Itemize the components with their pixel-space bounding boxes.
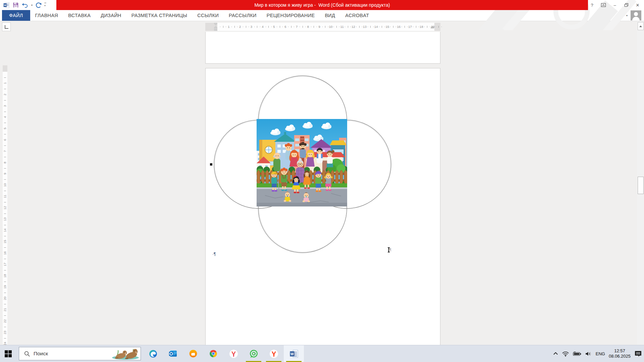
- taskbar-search-input[interactable]: Поиск: [19, 347, 141, 360]
- h-ruler-number: 1: [228, 23, 229, 31]
- v-ruler-number: 13: [3, 217, 7, 222]
- v-ruler-number: 6: [3, 137, 7, 142]
- taskbar-app-mailru-agent[interactable]: [244, 345, 264, 362]
- v-ruler-number: 17: [3, 262, 7, 267]
- v-ruler-number: 8: [3, 160, 7, 165]
- h-ruler-number: 2: [239, 23, 241, 31]
- taskbar: Поиск W ENG: [0, 345, 644, 362]
- start-button[interactable]: [0, 345, 16, 362]
- h-ruler-number: 13: [363, 23, 367, 31]
- tray-chevron-up-icon[interactable]: [553, 352, 558, 355]
- h-ruler-number: 14: [374, 23, 378, 31]
- shape-selection-handle[interactable]: [210, 163, 212, 166]
- word-window: W ▾ ▔▾ Мир в котором я живу игра - Word …: [0, 0, 644, 362]
- h-ruler-number: 7: [296, 23, 298, 31]
- minimize-button[interactable]: –: [609, 1, 621, 9]
- h-ruler-number: 5: [273, 23, 275, 31]
- tray-clock[interactable]: 12:57 08.06.2025: [609, 348, 631, 359]
- title-bar: W ▾ ▔▾ Мир в котором я живу игра - Word …: [0, 0, 644, 10]
- window-controls: ? – ✕: [586, 0, 643, 10]
- taskbar-app-yandex-browser[interactable]: [223, 345, 244, 362]
- vertical-ruler[interactable]: 123456789101112131415161718192021222324: [3, 65, 7, 344]
- v-ruler-number: 11: [3, 194, 7, 199]
- tab-рассылки[interactable]: РАССЫЛКИ: [224, 10, 262, 21]
- h-ruler-number: 3: [251, 23, 252, 31]
- customize-quick-access-icon[interactable]: ▔▾: [44, 4, 47, 6]
- v-ruler-number: 5: [3, 126, 7, 131]
- tab-вид[interactable]: ВИД: [320, 10, 340, 21]
- search-daily-picture[interactable]: [111, 348, 140, 360]
- v-ruler-number: 12: [3, 205, 7, 210]
- tray-date: 08.06.2025: [609, 354, 631, 359]
- v-ruler-number: 4: [3, 115, 7, 119]
- document-page-1[interactable]: [205, 32, 440, 64]
- word-icon: W: [289, 349, 299, 358]
- v-ruler-number: 9: [3, 171, 7, 176]
- redo-icon[interactable]: [34, 1, 43, 9]
- v-ruler-number: 10: [3, 183, 7, 187]
- word-app-icon[interactable]: W: [2, 1, 11, 9]
- v-ruler-number: 18: [3, 274, 7, 278]
- h-ruler-number: 9: [319, 23, 320, 31]
- h-ruler-number: 16: [397, 23, 401, 31]
- volume-icon[interactable]: [585, 351, 592, 357]
- svg-text:W: W: [290, 352, 294, 356]
- h-ruler-number: 19: [431, 23, 435, 31]
- tab-файл[interactable]: ФАЙЛ: [2, 10, 30, 21]
- ribbon-display-options-button[interactable]: [598, 1, 609, 9]
- tab-вставка[interactable]: ВСТАВКА: [63, 10, 96, 21]
- save-icon[interactable]: [11, 1, 20, 9]
- title-banner: Мир в котором я живу игра - Word (Сбой а…: [56, 0, 588, 10]
- taskbar-app-edge[interactable]: [143, 345, 163, 362]
- restore-button[interactable]: [621, 1, 632, 9]
- taskbar-app-outlook[interactable]: [163, 345, 183, 362]
- vertical-scrollbar[interactable]: [637, 21, 644, 345]
- mailru-agent-icon: [249, 349, 258, 358]
- notification-center-icon[interactable]: [634, 350, 642, 357]
- chrome-icon: [209, 349, 218, 358]
- outlook-icon: [169, 349, 177, 358]
- help-button[interactable]: ?: [586, 1, 598, 9]
- tray-time: 12:57: [614, 348, 625, 354]
- h-ruler-number: 17: [408, 23, 412, 31]
- tray-language[interactable]: ENG: [596, 351, 605, 356]
- scrollbar-thumb[interactable]: [638, 177, 644, 194]
- battery-icon[interactable]: [573, 351, 581, 356]
- close-button[interactable]: ✕: [632, 1, 643, 9]
- v-ruler-number: 1: [3, 81, 7, 85]
- h-ruler-number: 6: [284, 23, 286, 31]
- tab-разметка-страницы[interactable]: РАЗМЕТКА СТРАНИЦЫ: [126, 10, 193, 21]
- vertical-ruler-margin: [3, 65, 7, 72]
- h-ruler-number: 12: [352, 23, 355, 31]
- tab-рецензирование[interactable]: РЕЦЕНЗИРОВАНИЕ: [262, 10, 320, 21]
- v-ruler-number: 3: [3, 104, 7, 108]
- wifi-icon[interactable]: [562, 351, 569, 357]
- taskbar-app-word[interactable]: W: [284, 345, 304, 362]
- v-ruler-number: 15: [3, 239, 7, 244]
- family-cartoon-image[interactable]: [257, 119, 347, 206]
- taskbar-app-chrome[interactable]: [203, 345, 223, 362]
- windows-logo-icon: [5, 350, 12, 357]
- h-ruler-number: 15: [386, 23, 389, 31]
- undo-icon[interactable]: [21, 1, 30, 9]
- tab-ссылки[interactable]: ССЫЛКИ: [192, 10, 224, 21]
- quick-access-toolbar: W ▾ ▔▾: [0, 0, 47, 10]
- document-canvas[interactable]: 12345678910111213141516171819 1234567891…: [0, 21, 644, 345]
- h-ruler-number: 8: [307, 23, 309, 31]
- search-icon: [24, 351, 30, 357]
- undo-dropdown-caret[interactable]: ▾: [30, 4, 34, 7]
- tab-дизайн[interactable]: ДИЗАЙН: [96, 10, 126, 21]
- horizontal-ruler[interactable]: 12345678910111213141516171819: [205, 23, 440, 31]
- taskbar-app-yandex[interactable]: [264, 345, 284, 362]
- v-ruler-number: 2: [3, 92, 7, 97]
- tab-acrobat[interactable]: ACROBAT: [340, 10, 374, 21]
- left-indent-marker[interactable]: [214, 29, 217, 31]
- svg-text:W: W: [4, 4, 7, 7]
- taskbar-app-yandex-weather[interactable]: [183, 345, 203, 362]
- tab-stop-selector[interactable]: [2, 22, 11, 31]
- v-ruler-number: 21: [3, 307, 7, 312]
- tab-stop-icon: [5, 25, 8, 29]
- tab-главная[interactable]: ГЛАВНАЯ: [30, 10, 63, 21]
- h-ruler-number: 18: [420, 23, 423, 31]
- paragraph-mark: ·¶: [212, 252, 216, 256]
